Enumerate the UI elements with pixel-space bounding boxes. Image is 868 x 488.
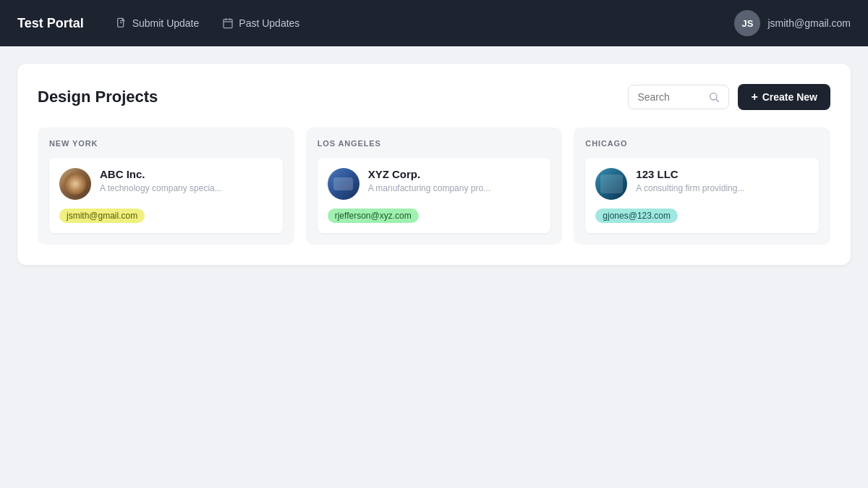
- city-label: LOS ANGELES: [318, 139, 551, 148]
- past-updates-icon: [222, 17, 234, 29]
- svg-point-7: [710, 93, 717, 100]
- projects-card: Design Projects + Create New NEW YORKABC…: [17, 64, 851, 265]
- main-content: Design Projects + Create New NEW YORKABC…: [0, 46, 868, 282]
- search-input[interactable]: [637, 91, 702, 103]
- city-column: NEW YORKABC Inc.A technology company spe…: [38, 127, 294, 245]
- columns: NEW YORKABC Inc.A technology company spe…: [38, 127, 830, 245]
- project-info: ABC Inc.A technology company specia...: [59, 168, 273, 200]
- project-name: ABC Inc.: [100, 168, 273, 180]
- project-description: A consulting firm providing...: [636, 182, 809, 195]
- search-icon: [708, 91, 720, 103]
- project-name: XYZ Corp.: [368, 168, 541, 180]
- project-info: XYZ Corp.A manufacturing company pro...: [328, 168, 541, 200]
- create-new-button[interactable]: + Create New: [738, 84, 830, 110]
- header-actions: + Create New: [628, 84, 830, 110]
- brand-logo: Test Portal: [17, 16, 84, 31]
- project-text: 123 LLCA consulting firm providing...: [636, 168, 809, 195]
- navbar: Test Portal Submit Update Past Updates J…: [0, 0, 868, 46]
- user-email: jsmith@gmail.com: [767, 17, 851, 29]
- project-card[interactable]: XYZ Corp.A manufacturing company pro...r…: [318, 158, 551, 233]
- email-badge: gjones@123.com: [595, 209, 678, 223]
- card-header: Design Projects + Create New: [38, 84, 830, 110]
- svg-rect-3: [224, 20, 232, 28]
- city-column: CHICAGO123 LLCA consulting firm providin…: [574, 127, 830, 245]
- city-column: LOS ANGELESXYZ Corp.A manufacturing comp…: [306, 127, 563, 245]
- project-avatar: [595, 168, 627, 200]
- project-info: 123 LLCA consulting firm providing...: [595, 168, 809, 200]
- city-label: CHICAGO: [585, 139, 819, 148]
- navbar-right: JS jsmith@gmail.com: [734, 10, 851, 36]
- project-name: 123 LLC: [636, 168, 809, 180]
- email-badge: rjefferson@xyz.com: [328, 209, 419, 223]
- project-text: XYZ Corp.A manufacturing company pro...: [368, 168, 541, 195]
- project-text: ABC Inc.A technology company specia...: [100, 168, 273, 195]
- city-label: NEW YORK: [49, 139, 283, 148]
- project-card[interactable]: ABC Inc.A technology company specia...js…: [49, 158, 283, 233]
- user-avatar: JS: [734, 10, 760, 36]
- project-description: A technology company specia...: [100, 182, 273, 195]
- svg-line-8: [716, 99, 719, 102]
- project-avatar: [328, 168, 359, 200]
- search-box[interactable]: [628, 85, 729, 109]
- email-badge: jsmith@gmail.com: [59, 209, 145, 223]
- submit-update-icon: [116, 17, 127, 29]
- past-updates-link[interactable]: Past Updates: [213, 13, 308, 33]
- page-title: Design Projects: [38, 88, 158, 106]
- project-avatar: [59, 168, 91, 200]
- project-description: A manufacturing company pro...: [368, 182, 541, 195]
- project-card[interactable]: 123 LLCA consulting firm providing...gjo…: [585, 158, 819, 233]
- submit-update-link[interactable]: Submit Update: [107, 13, 208, 33]
